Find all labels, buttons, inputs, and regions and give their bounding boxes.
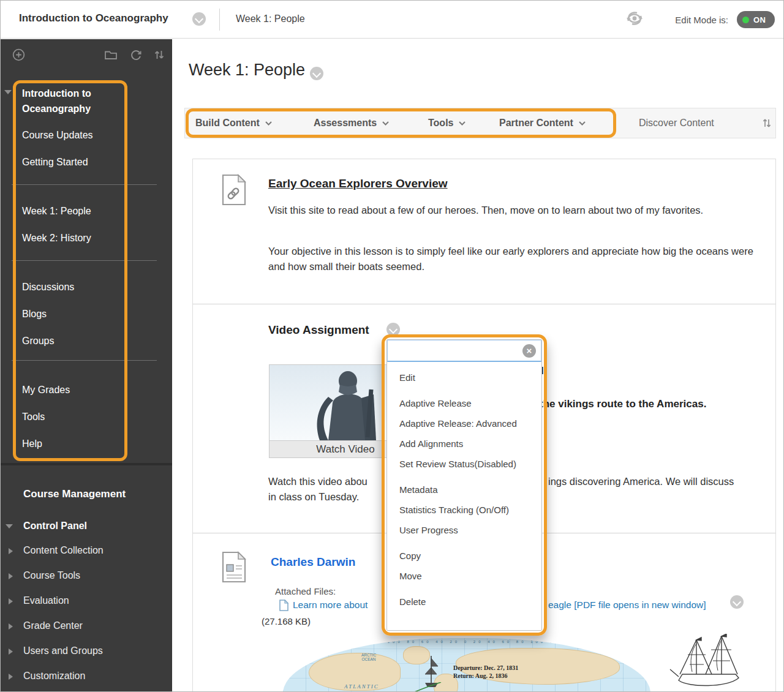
course-management-heading: Course Management <box>23 488 126 500</box>
sidebar-item-discussions[interactable]: Discussions <box>22 279 125 295</box>
sidebar-divider <box>12 360 157 361</box>
reorder-items-icon[interactable] <box>761 117 772 132</box>
sidebar-divider <box>12 184 157 185</box>
header-divider <box>219 9 220 31</box>
sidebar-item-week2[interactable]: Week 2: History <box>22 230 125 246</box>
edit-mode-state: ON <box>753 15 766 24</box>
sidebar-item-course-tools[interactable]: Course Tools <box>23 570 80 581</box>
content-item-document-icon <box>222 551 246 585</box>
page-title: Week 1: People <box>189 61 305 80</box>
header-right-controls: Edit Mode is: ON <box>624 1 775 39</box>
expand-caret-icon <box>9 573 13 579</box>
content-area: Week 1: People Build Content Assessments… <box>173 39 783 691</box>
pdf-link-right-fragment[interactable]: eagle [PDF file opens in new window] <box>548 600 706 611</box>
pdf-link-left-fragment[interactable]: Learn more about <box>293 600 368 611</box>
expand-caret-icon <box>9 548 13 554</box>
menu-item-metadata[interactable]: Metadata <box>387 480 541 500</box>
map-route-line <box>412 682 454 692</box>
content-action-bar: Build Content Assessments Tools Partner … <box>184 108 776 138</box>
menu-item-adaptive-release-advanced[interactable]: Adaptive Release: Advanced <box>387 413 541 434</box>
file-size: (27.168 KB) <box>262 616 311 626</box>
edit-mode-label: Edit Mode is: <box>675 15 728 25</box>
blackboard-course-window: Introduction to Oceanography Week 1: Peo… <box>0 0 784 692</box>
description-bold-fragment: the vikings route to the Americas. <box>540 398 706 410</box>
sidebar-item-tools[interactable]: Tools <box>22 409 125 424</box>
sidebar-divider <box>12 260 157 261</box>
menu-item-delete[interactable]: Delete <box>387 592 541 612</box>
sidebar-item-course-home[interactable]: Introduction to Oceanography <box>22 86 125 116</box>
course-title: Introduction to Oceanography <box>19 12 168 24</box>
sidebar-item-grade-center[interactable]: Grade Center <box>23 620 83 631</box>
tools-button[interactable]: Tools <box>428 108 466 138</box>
video-description-right: ings discovering America. We will discus… <box>548 476 734 487</box>
add-menu-item-icon[interactable] <box>12 48 25 64</box>
file-icon <box>279 600 288 614</box>
assessments-button[interactable]: Assessments <box>314 108 389 138</box>
expand-caret-icon <box>9 674 13 680</box>
sidebar-item-customization[interactable]: Customization <box>23 671 85 682</box>
chevron-down-icon <box>459 121 466 126</box>
chevron-down-icon <box>382 121 389 126</box>
video-description-line2: in class on Tuesday. <box>268 491 359 503</box>
item-title-early-ocean-explorers[interactable]: Early Ocean Explorers Overview <box>268 177 448 190</box>
breadcrumb: Week 1: People <box>236 13 305 24</box>
sidebar-item-blogs[interactable]: Blogs <box>22 306 125 322</box>
course-menu-expand-caret-icon <box>4 90 12 94</box>
map-atlantic-label: ATLANTIC <box>344 685 379 689</box>
partner-content-button[interactable]: Partner Content <box>499 108 586 138</box>
item-title-charles-darwin[interactable]: Charles Darwin <box>271 555 355 569</box>
menu-item-add-alignments[interactable]: Add Alignments <box>387 434 541 454</box>
management-separator <box>1 463 172 465</box>
course-title-chevron-icon[interactable] <box>192 12 206 26</box>
weblink-document-icon <box>222 174 246 208</box>
item-title-video-assignment: Video Assignment <box>268 323 369 337</box>
sidebar-item-users-and-groups[interactable]: Users and Groups <box>23 645 103 656</box>
sidebar-item-control-panel[interactable]: Control Panel <box>23 521 87 532</box>
menu-item-copy[interactable]: Copy <box>387 546 541 566</box>
page-title-chevron-icon[interactable] <box>310 67 323 80</box>
item1-paragraph-2: Your objective in this lesson is to simp… <box>268 244 755 274</box>
item-options-context-menu: × Edit Adaptive Release Adaptive Release… <box>386 339 542 631</box>
menu-item-edit[interactable]: Edit <box>387 367 541 388</box>
video-description-left: Watch this video abou <box>268 476 368 487</box>
pdf-link-chevron-icon[interactable] <box>730 595 744 609</box>
expand-caret-icon <box>9 623 13 630</box>
build-content-button[interactable]: Build Content <box>195 108 272 138</box>
menu-item-adaptive-release[interactable]: Adaptive Release <box>387 393 541 413</box>
sidebar-item-content-collection[interactable]: Content Collection <box>23 545 104 556</box>
reorder-arrows-icon[interactable] <box>153 48 165 64</box>
map-arctic-label: ARCTIC OCEAN <box>355 653 382 661</box>
item1-paragraph-1: Visit this site to read about a few of o… <box>268 203 755 218</box>
menu-item-set-review-status[interactable]: Set Review Status(Disabled) <box>387 454 541 474</box>
sidebar-item-getting-started[interactable]: Getting Started <box>22 154 125 170</box>
discover-content-button[interactable]: Discover Content <box>639 108 714 138</box>
edit-mode-toggle[interactable]: ON <box>737 11 775 28</box>
sidebar-item-week1[interactable]: Week 1: People <box>22 203 125 219</box>
context-menu-list: Edit Adaptive Release Adaptive Release: … <box>387 362 541 617</box>
menu-item-user-progress[interactable]: User Progress <box>387 520 541 540</box>
sidebar-item-evaluation[interactable]: Evaluation <box>23 595 69 606</box>
chevron-down-icon <box>579 121 586 126</box>
item-separator <box>193 304 775 304</box>
map-voyage-dates: Departure: Dec. 27, 1831 Return: Aug. 2,… <box>453 664 518 680</box>
sidebar-item-course-updates[interactable]: Course Updates <box>22 127 125 143</box>
sidebar-item-my-grades[interactable]: My Grades <box>22 382 125 397</box>
chevron-down-icon <box>265 121 272 126</box>
sailing-ship-sketch-image <box>668 634 750 692</box>
context-menu-highlight-box: × Edit Adaptive Release Adaptive Release… <box>382 334 547 636</box>
sidebar-item-help[interactable]: Help <box>22 436 125 451</box>
control-panel-caret-icon <box>6 524 13 528</box>
menu-item-move[interactable]: Move <box>387 566 541 586</box>
darwin-voyage-map-image: 160 140 120 100 80 60 40 20 0 20 40 60 8… <box>283 638 650 692</box>
menu-item-statistics-tracking[interactable]: Statistics Tracking (On/Off) <box>387 500 541 520</box>
sidebar-item-groups[interactable]: Groups <box>22 333 125 348</box>
folder-view-icon[interactable] <box>104 48 118 63</box>
expand-caret-icon <box>9 649 13 655</box>
map-longitude-ticks: 160 140 120 100 80 60 40 20 0 20 40 60 8… <box>330 640 605 644</box>
student-preview-icon[interactable] <box>624 9 646 30</box>
refresh-icon[interactable] <box>129 48 143 64</box>
toggle-green-dot-icon <box>742 17 749 23</box>
context-menu-header: × <box>387 340 541 362</box>
close-icon[interactable]: × <box>522 344 536 358</box>
expand-caret-icon <box>9 598 13 604</box>
